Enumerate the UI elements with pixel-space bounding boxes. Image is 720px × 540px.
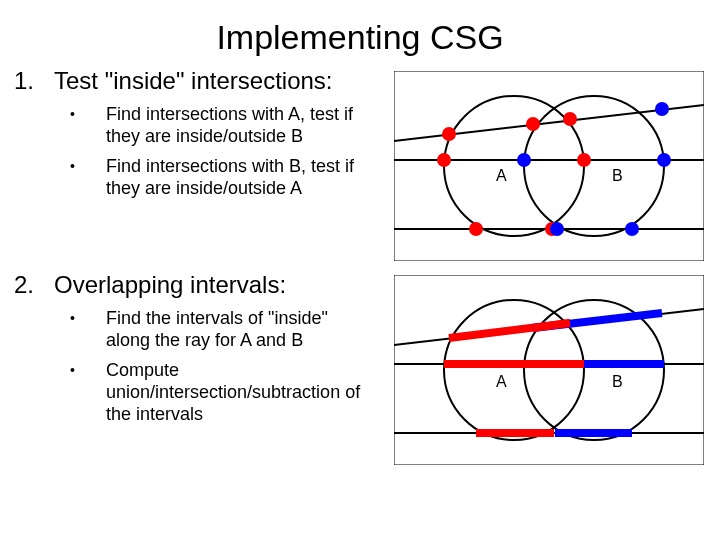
svg-point-7 (526, 117, 540, 131)
section-2-text: 2. Overlapping intervals: • Find the int… (0, 271, 394, 433)
section-2-heading: Overlapping intervals: (54, 271, 286, 299)
figure-2-svg: A B (394, 275, 704, 465)
section-1-text: 1. Test "inside" intersections: • Find i… (0, 67, 394, 207)
svg-line-26 (533, 323, 570, 328)
bullet-row: • Compute union/intersection/subtraction… (70, 359, 394, 425)
bullet-text: Find the intervals of "inside" along the… (106, 307, 376, 351)
bullet-dot-icon: • (70, 307, 106, 329)
section-1-heading: Test "inside" intersections: (54, 67, 333, 95)
figure-label-a: A (496, 373, 507, 390)
slide-content: 1. Test "inside" intersections: • Find i… (0, 67, 720, 475)
svg-point-10 (437, 153, 451, 167)
figure-2: A B (394, 271, 714, 465)
svg-point-11 (517, 153, 531, 167)
section-1-bullets: • Find intersections with A, test if the… (14, 103, 394, 199)
svg-point-14 (469, 222, 483, 236)
svg-point-1 (444, 96, 584, 236)
svg-point-13 (657, 153, 671, 167)
svg-point-9 (655, 102, 669, 116)
figure-label-b: B (612, 167, 623, 184)
section-2: 2. Overlapping intervals: • Find the int… (0, 271, 720, 465)
section-2-heading-row: 2. Overlapping intervals: (14, 271, 394, 299)
svg-point-17 (625, 222, 639, 236)
bullet-text: Find intersections with A, test if they … (106, 103, 376, 147)
svg-point-16 (550, 222, 564, 236)
section-2-bullets: • Find the intervals of "inside" along t… (14, 307, 394, 425)
section-1: 1. Test "inside" intersections: • Find i… (0, 67, 720, 261)
bullet-text: Find intersections with B, test if they … (106, 155, 376, 199)
section-1-number: 1. (14, 67, 54, 95)
figure-label-a: A (496, 167, 507, 184)
bullet-row: • Find the intervals of "inside" along t… (70, 307, 394, 351)
section-1-heading-row: 1. Test "inside" intersections: (14, 67, 394, 95)
svg-point-12 (577, 153, 591, 167)
slide-title: Implementing CSG (0, 0, 720, 67)
figure-1-svg: A B (394, 71, 704, 261)
figure-label-b: B (612, 373, 623, 390)
svg-point-6 (442, 127, 456, 141)
bullet-text: Compute union/intersection/subtraction o… (106, 359, 376, 425)
bullet-dot-icon: • (70, 103, 106, 125)
bullet-dot-icon: • (70, 155, 106, 177)
figure-1: A B (394, 67, 714, 261)
section-2-number: 2. (14, 271, 54, 299)
bullet-row: • Find intersections with A, test if the… (70, 103, 394, 147)
bullet-row: • Find intersections with B, test if the… (70, 155, 394, 199)
svg-point-8 (563, 112, 577, 126)
bullet-dot-icon: • (70, 359, 106, 381)
